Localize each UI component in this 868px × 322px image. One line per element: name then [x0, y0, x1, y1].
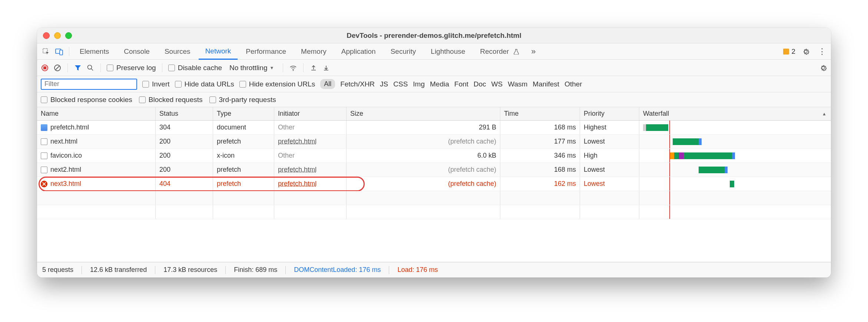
tab-performance[interactable]: Performance	[239, 43, 293, 59]
request-table-header[interactable]: Name Status Type Initiator Size Time Pri…	[37, 107, 831, 121]
table-row[interactable]: favicon.ico 200 x-icon Other 6.0 kB 346 …	[37, 149, 831, 163]
filter-cat-img[interactable]: Img	[413, 80, 425, 88]
disable-cache-checkbox[interactable]: Disable cache	[168, 64, 222, 72]
box-icon	[41, 152, 47, 159]
device-toolbar-icon[interactable]	[53, 46, 65, 58]
filter-cat-font[interactable]: Font	[454, 80, 468, 88]
col-time[interactable]: Time	[500, 107, 580, 120]
request-time: 162 ms	[500, 177, 580, 191]
request-waterfall	[639, 163, 831, 177]
request-priority: Lowest	[580, 177, 639, 191]
svg-line-6	[91, 69, 93, 70]
request-name: prefetch.html	[50, 124, 89, 131]
throttling-select[interactable]: No throttling▼	[226, 63, 277, 73]
status-requests: 5 requests	[42, 266, 73, 274]
filter-cat-other[interactable]: Other	[564, 80, 582, 88]
col-size[interactable]: Size	[347, 107, 500, 120]
import-har-icon[interactable]	[309, 64, 318, 72]
table-row[interactable]: next3.html 404 prefetch prefetch.html (p…	[37, 177, 831, 191]
col-type[interactable]: Type	[213, 107, 274, 120]
col-initiator[interactable]: Initiator	[274, 107, 347, 120]
status-resources: 17.3 kB resources	[163, 266, 217, 274]
hide-extension-urls-checkbox[interactable]: Hide extension URLs	[239, 80, 315, 88]
col-waterfall[interactable]: Waterfall	[639, 107, 831, 120]
separator	[100, 63, 101, 72]
tab-elements[interactable]: Elements	[73, 43, 116, 59]
tab-security[interactable]: Security	[384, 43, 423, 59]
table-row[interactable]: next.html 200 prefetch prefetch.html (pr…	[37, 135, 831, 149]
status-domcontentloaded: DOMContentLoaded: 176 ms	[294, 266, 381, 274]
warnings-badge[interactable]: 2	[783, 47, 795, 56]
initiator-link[interactable]: prefetch.html	[278, 180, 317, 188]
tab-recorder[interactable]: Recorder	[473, 43, 516, 59]
blocked-cookies-checkbox[interactable]: Blocked response cookies	[41, 96, 132, 104]
tab-application[interactable]: Application	[335, 43, 382, 59]
filter-cat-media[interactable]: Media	[430, 80, 449, 88]
network-conditions-icon[interactable]	[289, 64, 297, 72]
warning-icon	[783, 49, 789, 55]
request-status: 304	[156, 121, 213, 134]
col-status[interactable]: Status	[156, 107, 213, 120]
request-name: favicon.ico	[50, 152, 82, 160]
separator	[303, 63, 304, 72]
tab-console[interactable]: Console	[117, 43, 156, 59]
request-time: 168 ms	[500, 163, 580, 177]
filter-toggle-icon[interactable]	[74, 64, 82, 72]
devtools-tabs: ElementsConsoleSourcesNetworkPerformance…	[37, 43, 831, 60]
request-type: x-icon	[213, 149, 274, 162]
filter-cat-css[interactable]: CSS	[393, 80, 408, 88]
request-status: 200	[156, 135, 213, 148]
initiator-text: Other	[278, 152, 295, 160]
invert-checkbox[interactable]: Invert	[142, 80, 170, 88]
request-status: 200	[156, 163, 213, 177]
filter-bar: Invert Hide data URLs Hide extension URL…	[37, 76, 831, 92]
filter-cat-fetch-xhr[interactable]: Fetch/XHR	[340, 80, 375, 88]
kebab-menu-icon[interactable]: ⋮	[816, 46, 828, 58]
window-titlebar: DevTools - prerender-demos.glitch.me/pre…	[37, 28, 831, 43]
request-waterfall	[639, 149, 831, 162]
clear-button[interactable]	[53, 64, 62, 72]
inspect-element-icon[interactable]	[40, 46, 52, 58]
col-name[interactable]: Name	[37, 107, 156, 120]
request-time: 177 ms	[500, 135, 580, 148]
col-priority[interactable]: Priority	[580, 107, 639, 120]
request-waterfall	[639, 177, 831, 191]
tab-network[interactable]: Network	[199, 44, 238, 60]
filter-cat-wasm[interactable]: Wasm	[508, 80, 527, 88]
filter-cat-doc[interactable]: Doc	[474, 80, 486, 88]
filter-input[interactable]	[41, 79, 137, 90]
request-size: 291 B	[347, 121, 500, 134]
separator	[162, 63, 162, 72]
svg-point-7	[293, 70, 294, 71]
request-type: prefetch	[213, 135, 274, 148]
blocked-requests-checkbox[interactable]: Blocked requests	[139, 96, 203, 104]
export-har-icon[interactable]	[322, 64, 330, 72]
tab-sources[interactable]: Sources	[158, 43, 197, 59]
search-icon[interactable]	[86, 64, 95, 72]
request-type: document	[213, 121, 274, 134]
network-settings-icon[interactable]	[819, 64, 827, 72]
record-button[interactable]	[41, 64, 49, 72]
request-priority: Highest	[580, 121, 639, 134]
hide-data-urls-checkbox[interactable]: Hide data URLs	[175, 80, 234, 88]
filter-cat-ws[interactable]: WS	[491, 80, 503, 88]
more-tabs-icon[interactable]: »	[527, 46, 539, 58]
box-icon	[41, 167, 47, 173]
tab-memory[interactable]: Memory	[294, 43, 333, 59]
table-row-empty	[37, 191, 831, 205]
table-row[interactable]: prefetch.html 304 document Other 291 B 1…	[37, 121, 831, 135]
filter-cat-manifest[interactable]: Manifest	[533, 80, 559, 88]
settings-icon[interactable]	[800, 46, 812, 58]
preserve-log-checkbox[interactable]: Preserve log	[107, 64, 156, 72]
filter-cat-js[interactable]: JS	[380, 80, 388, 88]
svg-line-4	[56, 66, 59, 70]
filter-all-pill[interactable]: All	[320, 79, 335, 89]
tab-lighthouse[interactable]: Lighthouse	[424, 43, 472, 59]
status-finish: Finish: 689 ms	[234, 266, 277, 274]
table-row[interactable]: next2.html 200 prefetch prefetch.html (p…	[37, 163, 831, 177]
svg-rect-2	[60, 50, 63, 55]
initiator-link[interactable]: prefetch.html	[278, 138, 317, 145]
request-status: 404	[156, 177, 213, 191]
third-party-checkbox[interactable]: 3rd-party requests	[209, 96, 276, 104]
initiator-link[interactable]: prefetch.html	[278, 166, 317, 174]
